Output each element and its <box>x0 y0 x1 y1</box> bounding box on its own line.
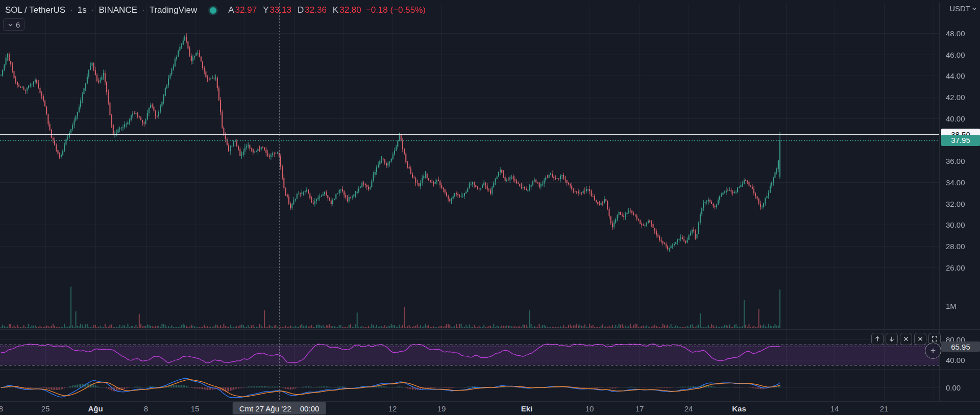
time-tick: 8 <box>144 404 148 413</box>
price-tick: 30.00 <box>946 221 965 229</box>
ohlc-letter: A <box>228 5 234 15</box>
time-tick: Kas <box>732 404 746 413</box>
price-tick: 36.00 <box>946 157 965 165</box>
chart-legend[interactable]: SOL / TetherUS · 1s · BINANCE · TradingV… <box>5 5 426 15</box>
time-tick: 19 <box>437 404 446 413</box>
change-value: −0.18 (−0.55%) <box>366 5 426 15</box>
price-tick: 32.00 <box>946 199 965 208</box>
time-tick: 12 <box>388 404 397 413</box>
separator: · <box>91 5 94 15</box>
move-pane-up-button[interactable] <box>871 333 884 345</box>
price-tick: 40.00 <box>946 114 965 123</box>
rsi-value-label: 65.95 <box>941 341 980 352</box>
collapse-icon <box>917 335 924 343</box>
last-price-label: 37.95 <box>941 135 980 146</box>
time-tick: 25 <box>41 404 50 413</box>
close-pane-button[interactable] <box>900 333 912 345</box>
time-tick: 8 <box>0 404 3 413</box>
rsi-value: 65.95 <box>951 343 970 351</box>
price-tick: 34.00 <box>946 178 965 186</box>
maximize-icon <box>931 335 938 343</box>
time-tick: 17 <box>635 404 644 413</box>
arrow-up-icon <box>874 335 881 343</box>
ohlc-value: 32.80 <box>339 5 361 15</box>
tradingview-chart-window: SOL / TetherUS · 1s · BINANCE · TradingV… <box>0 0 980 415</box>
time-tick: 21 <box>880 404 889 413</box>
time-tick: 14 <box>830 404 839 413</box>
ohlc-letter: K <box>333 5 338 15</box>
separator: · <box>70 5 73 15</box>
hidden-indicator-count: 6 <box>16 20 20 29</box>
rsi-tick: 40.00 <box>946 356 965 364</box>
arrow-down-icon <box>888 335 895 343</box>
ohlc-pair: A32.97 <box>228 5 257 15</box>
ohlc-value: 32.97 <box>235 5 257 15</box>
interval-label[interactable]: 1s <box>78 5 87 15</box>
crosshair-date-tooltip: Cmt 27 Ağu '22 00:00 <box>233 402 326 414</box>
price-tick: 46.00 <box>946 50 965 59</box>
separator: · <box>142 5 145 15</box>
chevron-down-icon <box>972 6 977 11</box>
time-tick: 15 <box>191 404 200 413</box>
ohlc-letter: D <box>298 5 304 15</box>
time-tick: Ağu <box>88 404 103 413</box>
object-tree-collapse-button[interactable]: 6 <box>3 18 24 31</box>
volume-tick: 1M <box>946 302 957 310</box>
crosshair-time: 00:00 <box>300 404 320 413</box>
ohlc-values: A32.97Y33.13D32.36K32.80 <box>228 5 361 15</box>
time-tick: Eki <box>521 404 533 413</box>
market-status-icon[interactable] <box>210 7 216 14</box>
ohlc-value: 33.13 <box>270 5 291 15</box>
time-tick: 24 <box>684 404 693 413</box>
ohlc-value: 32.36 <box>305 5 327 15</box>
last-price-value: 37.95 <box>951 136 970 144</box>
price-tick: 44.00 <box>946 71 965 80</box>
macd-tick: 0.00 <box>946 383 961 392</box>
exchange-label: BINANCE <box>99 5 137 15</box>
platform-label: TradingView <box>150 5 198 15</box>
ohlc-pair: Y33.13 <box>263 5 291 15</box>
price-scale-currency-menu[interactable]: USDT <box>949 4 977 13</box>
symbol-title[interactable]: SOL / TetherUS <box>5 5 65 15</box>
price-tick: 28.00 <box>946 242 965 251</box>
price-tick: 42.00 <box>946 93 965 102</box>
time-scale[interactable]: Cmt 27 Ağu '22 00:00 825Ağu8151219Eki101… <box>0 401 980 415</box>
price-tick: 48.00 <box>946 29 965 38</box>
time-tick: 10 <box>585 404 594 413</box>
price-tick: 26.00 <box>946 263 965 272</box>
chart-canvas[interactable] <box>0 0 980 415</box>
chevron-down-icon <box>8 22 13 28</box>
ohlc-letter: Y <box>263 5 268 15</box>
close-icon <box>902 335 910 343</box>
ohlc-pair: D32.36 <box>298 5 327 15</box>
add-alert-plus-icon[interactable] <box>925 343 941 359</box>
collapse-pane-button[interactable] <box>914 333 926 345</box>
currency-label: USDT <box>949 4 970 13</box>
crosshair-date: Cmt 27 Ağu '22 <box>239 404 291 413</box>
move-pane-down-button[interactable] <box>886 333 898 345</box>
ohlc-pair: K32.80 <box>333 5 361 15</box>
